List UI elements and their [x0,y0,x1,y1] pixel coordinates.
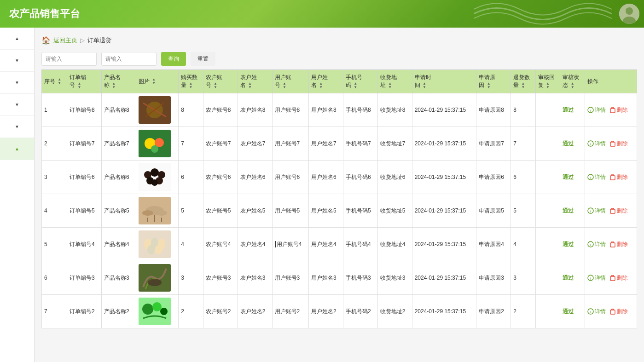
cell-order-no: 订单编号3 [67,261,102,295]
cell-review-reply [535,194,560,228]
order-return-table: 序号 ▲▼ 订单编号 ▲▼ 产品名称 ▲▼ 图片 [41,69,637,328]
cell-seq: 5 [42,228,67,261]
detail-button[interactable]: i 详情 [587,140,606,148]
sort-icon-user-acc: ▲▼ [283,82,286,89]
svg-point-25 [151,168,159,177]
product-image [139,130,171,157]
cell-order-no: 订单编号8 [67,93,102,127]
cell-user-account: 用户账号7 [272,127,308,161]
delete-button[interactable]: 删除 [609,207,628,215]
cell-apply-time: 2024-01-29 15:37:15 [412,228,476,261]
reset-button[interactable]: 重置 [191,52,215,66]
cell-order-no: 订单编号7 [67,127,102,161]
cell-image [136,261,178,295]
action-cell: i 详情 删除 [587,308,634,316]
col-review-status: 审核状态 ▲▼ [560,70,585,93]
col-apply-time: 申请时间 ▲▼ [412,70,476,93]
info-icon: i [587,207,594,214]
svg-rect-57 [610,243,615,247]
cell-action: i 详情 删除 [585,295,637,328]
cell-review-status: 通过 [560,194,585,228]
delete-button[interactable]: 删除 [609,106,628,114]
col-product-name: 产品名称 ▲▼ [101,70,136,93]
sidebar-item-4[interactable]: ▼ [0,94,34,116]
sidebar-item-1[interactable]: ▲ [0,28,34,50]
cell-image [136,161,178,194]
trash-icon [609,107,616,113]
svg-rect-65 [610,276,615,281]
svg-point-62 [148,279,162,286]
delete-button[interactable]: 删除 [609,173,628,181]
main-content: 🏠 返回主页 ▷ 订单退货 查询 重置 序号 ▲▼ [35,28,644,362]
cell-farmer-account: 农户账号2 [203,295,238,328]
table-row: 6 订单编号3 产品名称3 3 农户账号3 农户姓名3 用户账号3 用户姓名3 … [42,261,637,295]
cell-review-reply [535,295,560,328]
delete-button[interactable]: 删除 [609,308,628,316]
cell-seq: 7 [42,295,67,328]
cell-review-status: 通过 [560,295,585,328]
col-farmer-account: 农户账号 ▲▼ [203,70,238,93]
delete-button[interactable]: 删除 [609,274,628,282]
cell-review-status: 通过 [560,261,585,295]
chevron-down-icon: ▼ [15,58,19,63]
table-row: 5 订单编号4 产品名称4 4 农户账号4 农户姓名4 用户账号4 用户姓名4 … [42,228,637,261]
sidebar-item-3[interactable]: ▼ [0,72,34,94]
cell-return-qty: 6 [511,161,536,194]
cell-delivery-addr: 收货地址4 [377,228,412,261]
info-icon: i [587,308,594,315]
cell-farmer-account: 农户账号8 [203,93,238,127]
sort-icon-farmer-acc: ▲▼ [214,82,217,89]
trash-icon [609,140,616,147]
chevron-down-icon-3: ▼ [15,102,19,107]
svg-rect-23 [139,163,171,191]
trash-icon [609,207,616,214]
delete-button[interactable]: 删除 [609,241,628,248]
svg-point-38 [142,210,153,216]
info-icon: i [587,275,594,281]
sidebar-item-6[interactable]: ▲ [0,138,34,160]
cell-purchase-qty: 2 [179,295,203,328]
svg-point-54 [155,245,162,254]
cell-return-qty: 7 [511,127,536,161]
cell-image [136,295,178,328]
sort-icon-seq: ▲▼ [58,78,61,85]
breadcrumb: 🏠 返回主页 ▷ 订单退货 [41,32,637,48]
search-input-2[interactable] [101,52,157,66]
svg-rect-75 [610,310,615,314]
cell-return-qty: 5 [511,194,536,228]
col-purchase-qty: 购买数量 ▲▼ [179,70,203,93]
sort-icon-reason: ▲▼ [487,82,491,89]
detail-button[interactable]: i 详情 [587,241,606,248]
filter-bar: 查询 重置 [41,48,637,69]
cell-farmer-account: 农户账号7 [203,127,238,161]
breadcrumb-home-label[interactable]: 返回主页 [53,36,77,45]
search-input-1[interactable] [41,52,97,66]
product-image [139,197,171,224]
detail-button[interactable]: i 详情 [587,173,606,181]
sidebar: ▲ ▼ ▼ ▼ ▼ ▲ [0,28,35,362]
cell-farmer-account: 农户账号6 [203,161,238,194]
detail-button[interactable]: i 详情 [587,106,606,114]
svg-text:i: i [590,209,591,213]
detail-button[interactable]: i 详情 [587,308,606,316]
search-button[interactable]: 查询 [161,52,186,66]
chevron-up-icon: ▲ [15,36,19,41]
sort-icon-time: ▲▼ [423,82,426,89]
svg-rect-9 [610,109,615,113]
detail-button[interactable]: i 详情 [587,207,606,215]
cell-image [136,228,178,261]
cell-seq: 2 [42,127,67,161]
cell-user-name: 用户姓名7 [309,127,343,161]
svg-point-53 [147,245,155,254]
cell-user-account: 用户账号4 [272,228,308,261]
delete-button[interactable]: 删除 [609,140,628,148]
sidebar-item-5[interactable]: ▼ [0,116,34,138]
cell-user-name: 用户姓名2 [309,295,343,328]
avatar[interactable] [619,4,639,24]
status-badge: 通过 [563,241,574,247]
cell-user-account: 用户账号6 [272,161,308,194]
detail-button[interactable]: i 详情 [587,274,606,282]
svg-point-70 [142,304,153,315]
cell-action: i 详情 删除 [585,261,637,295]
sidebar-item-2[interactable]: ▼ [0,50,34,72]
